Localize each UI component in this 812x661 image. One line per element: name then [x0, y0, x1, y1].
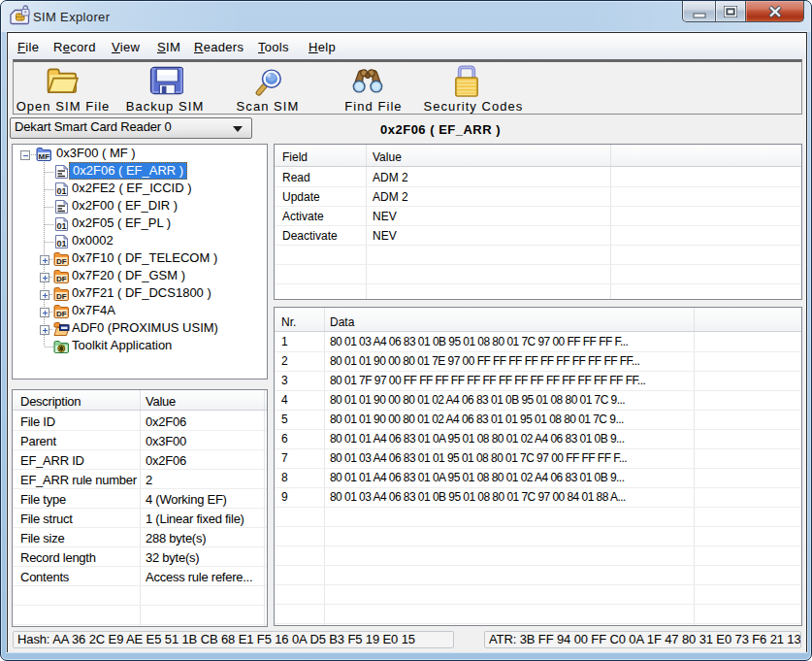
svg-text:01: 01 — [56, 239, 66, 248]
svg-text:DF: DF — [56, 292, 67, 301]
svg-text:01: 01 — [56, 186, 66, 196]
svg-text:MF: MF — [39, 152, 50, 161]
svg-text:DF: DF — [56, 310, 67, 318]
svg-text:01: 01 — [56, 221, 66, 231]
svg-text:DF: DF — [56, 257, 67, 266]
svg-text:DF: DF — [56, 275, 67, 283]
